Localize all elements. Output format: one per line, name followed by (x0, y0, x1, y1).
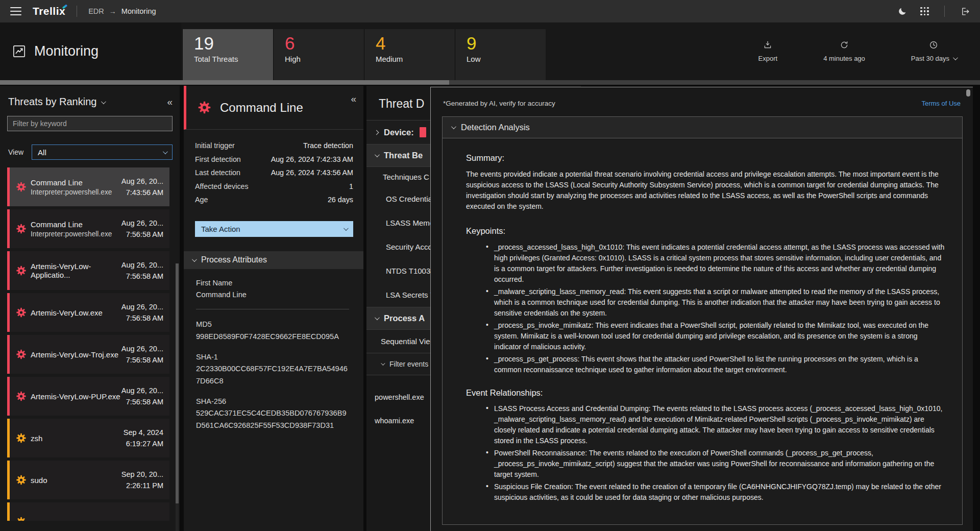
threat-gear-icon (16, 475, 27, 486)
severity-bar (7, 167, 10, 206)
threat-name: Artemis-VeryLow-Troj.exe (31, 350, 118, 359)
threats-panel-title: Threats by Ranking (8, 96, 96, 108)
breadcrumb-app[interactable]: EDR (88, 7, 104, 15)
detection-analysis-box: Detection Analysis Summary: The events p… (442, 116, 963, 525)
logout-icon[interactable] (960, 7, 970, 16)
field-label: Age (195, 196, 208, 204)
row-label: Device: (384, 128, 414, 137)
threat-list-item[interactable]: Command Line Interpreter:powershell.exe … (7, 167, 169, 206)
field-value: 1 (349, 182, 353, 190)
trellix-logo[interactable]: Trellix (33, 5, 65, 17)
severity-bar (7, 335, 10, 374)
threat-list-scrollbar-thumb[interactable] (176, 263, 179, 503)
collapse-panel-icon[interactable]: « (351, 94, 356, 104)
row-label: LSA Secrets T (386, 291, 435, 299)
process-attributes-header[interactable]: Process Attributes (184, 251, 363, 269)
threat-gear-icon (16, 182, 27, 192)
chevron-down-icon (192, 257, 197, 262)
page-title: Monitoring (34, 43, 99, 59)
threat-date: Aug 26, 20... (121, 387, 163, 395)
stat-tile[interactable]: 19 Total Threats (182, 29, 273, 80)
field-value: 26 days (328, 196, 353, 204)
breadcrumb: EDR → Monitoring (88, 7, 156, 15)
divider (196, 309, 349, 309)
threat-list-item[interactable]: sudo Sep 20, 20... 2:26:11 PM (7, 461, 169, 499)
collapse-panel-icon[interactable]: « (167, 97, 173, 107)
detection-analysis-header[interactable]: Detection Analysis (443, 117, 962, 138)
summary-text: The events provided indicate a potential… (466, 169, 945, 212)
detection-analysis-title: Detection Analysis (461, 123, 530, 132)
threat-list-item[interactable]: Artemis-VeryLow.exe Aug 26, 20... 7:56:5… (7, 293, 169, 332)
row-label: whoami.exe (375, 417, 414, 425)
first-name-value: Command Line (196, 289, 353, 301)
keypoints-heading: Keypoints: (466, 225, 945, 237)
row-label: powershell.exe (375, 393, 424, 401)
chevron-down-icon (381, 361, 385, 365)
stat-value: 9 (467, 34, 546, 53)
threat-list-item[interactable]: Artemis-VeryLow-PUP.exe Aug 26, 20... 7:… (7, 377, 169, 416)
horizontal-scrollbar[interactable] (0, 80, 980, 85)
keypoint-bullet: _process_accessed_lsass_high_0x1010: Thi… (485, 242, 945, 285)
stats-row: Monitoring 19 Total Threats 6 High 4 Med… (0, 22, 980, 80)
overlay-scrollbar-thumb[interactable] (966, 89, 970, 96)
refresh-icon (840, 40, 849, 50)
stat-value: 19 (194, 34, 273, 53)
time-range-selector[interactable]: Past 30 days (911, 40, 957, 62)
stat-label: Low (467, 55, 546, 63)
logo-text: Trellix (33, 5, 65, 17)
hamburger-menu-icon[interactable] (10, 7, 21, 15)
threat-list-item[interactable]: Command Line Interpreter:powershell.exe … (7, 209, 169, 248)
detection-analysis-body: Summary: The events provided indicate a … (443, 138, 962, 524)
threat-date: Aug 26, 20... (121, 261, 163, 269)
export-label: Export (758, 55, 778, 62)
threat-name: Artemis-VeryLow-PUP.exe (31, 392, 120, 401)
threat-list-scrollbar[interactable] (176, 263, 179, 531)
stat-value: 4 (376, 34, 455, 53)
severity-bar (7, 293, 10, 332)
threat-gear-icon (16, 349, 27, 360)
field-value: Trace detection (303, 141, 353, 150)
dark-mode-moon-icon[interactable] (898, 7, 907, 16)
severity-bar (7, 209, 10, 248)
page-title-block: Monitoring (0, 22, 181, 80)
threat-list-item[interactable]: Artemis-VeryLow-Applicatio... Aug 26, 20… (7, 251, 169, 290)
threat-list-item[interactable]: Artemis-VeryLow-Troj.exe Aug 26, 20... 7… (7, 335, 169, 374)
row-label: Security Acco (386, 243, 432, 251)
chevron-down-icon[interactable] (101, 99, 106, 104)
export-button[interactable]: Export (758, 40, 778, 62)
horizontal-scrollbar-thumb[interactable] (0, 80, 449, 85)
app-grid-icon[interactable] (920, 7, 929, 16)
process-attributes-title: Process Attributes (201, 255, 267, 264)
take-action-button[interactable]: Take Action (195, 221, 353, 237)
refreshed-label: 4 minutes ago (823, 55, 865, 62)
detail-field-row: First detection Aug 26, 2024 7:42:33 AM (195, 153, 353, 166)
hash-label: MD5 (196, 319, 349, 330)
threat-time: 7:43:56 AM (126, 188, 163, 197)
severity-bar (7, 419, 10, 457)
top-nav-bar: Trellix EDR → Monitoring (0, 0, 980, 22)
threat-time: 7:56:58 AM (126, 314, 163, 322)
detail-field-row: Last detection Aug 26, 2024 7:43:56 AM (195, 166, 353, 180)
keypoint-bullet: _process_ps_invoke_mimikatz: This event … (485, 320, 945, 352)
view-select-dropdown[interactable]: All (32, 144, 173, 160)
threat-time: 2:26:11 PM (126, 481, 163, 490)
threat-detail-panel: Command Line « Initial trigger Trace det… (184, 86, 363, 531)
stat-tile[interactable]: 6 High (273, 29, 364, 80)
threat-name: Command Line (31, 178, 112, 187)
stat-tile[interactable]: 4 Medium (364, 29, 455, 80)
refresh-status[interactable]: 4 minutes ago (823, 40, 865, 62)
threat-date: Sep 4, 2024 (124, 428, 163, 437)
threat-list-item[interactable] (7, 502, 169, 521)
field-label: Affected devices (195, 182, 249, 190)
threat-gear-icon (16, 224, 27, 234)
stat-tile[interactable]: 9 Low (455, 29, 546, 80)
threat-list-item[interactable]: zsh Sep 4, 2024 6:19:27 AM (7, 419, 169, 457)
stat-value: 6 (285, 34, 364, 53)
threat-name: sudo (31, 476, 47, 485)
filter-keyword-input[interactable] (7, 116, 173, 131)
threat-time: 7:56:58 AM (126, 356, 163, 364)
threat-date: Aug 26, 20... (121, 303, 163, 311)
terms-of-use-link[interactable]: Terms of Use (921, 100, 961, 107)
threat-time: 7:56:58 AM (126, 230, 163, 238)
stat-label: Total Threats (194, 55, 273, 63)
